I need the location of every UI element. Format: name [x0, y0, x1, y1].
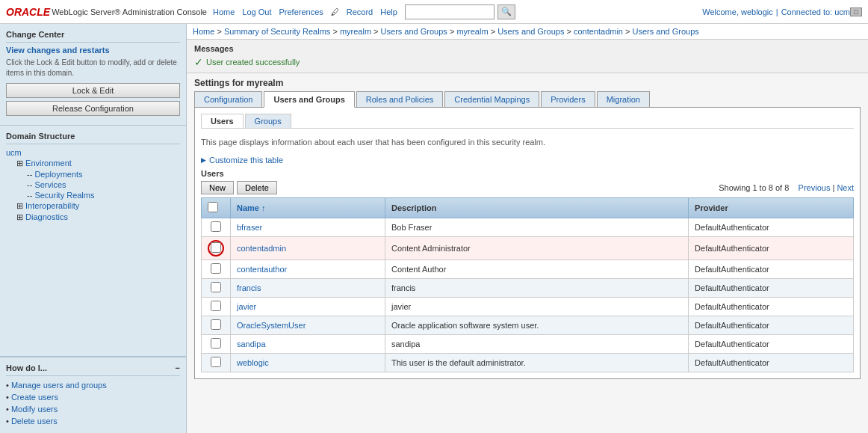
users-section: Users New Delete Showing 1 to 8 of 8 Pre…	[201, 169, 854, 372]
ds-services-link[interactable]: Services	[34, 180, 66, 189]
help-link[interactable]: Help	[380, 7, 397, 16]
row-description-cell: Oracle application software system user.	[385, 316, 688, 335]
tab-providers[interactable]: Providers	[541, 91, 595, 107]
delete-user-button[interactable]: Delete	[237, 181, 277, 194]
ds-deployments-link[interactable]: Deployments	[34, 170, 82, 179]
tab-users-and-groups[interactable]: Users and Groups	[264, 91, 354, 108]
user-link-6[interactable]: sandipa	[237, 340, 266, 348]
table-row: weblogicThis user is the default adminis…	[202, 354, 854, 372]
how-do-i-header: How do I... −	[6, 363, 180, 376]
separator: |	[776, 7, 778, 16]
row-checkbox-5[interactable]	[211, 319, 221, 330]
breadcrumb-myrealm2[interactable]: myrealm	[456, 27, 488, 36]
row-description-cell: Content Author	[385, 260, 688, 279]
record-icon: 🖊	[331, 7, 339, 16]
welcome-area: Welcome, weblogic | Connected to: ucm	[702, 7, 850, 16]
create-users-link[interactable]: Create users	[11, 393, 58, 402]
row-name-cell: sandipa	[231, 335, 385, 354]
view-changes-link[interactable]: View changes and restarts	[6, 46, 180, 55]
tab-bar: Configuration Users and Groups Roles and…	[194, 91, 861, 108]
user-link-0[interactable]: bfraser	[237, 223, 262, 232]
settings-panel: Settings for myrealm Configuration Users…	[187, 73, 868, 387]
row-checkbox-6[interactable]	[211, 338, 221, 348]
breadcrumb-home[interactable]: Home	[193, 27, 214, 36]
tab-content: Users Groups This page displays informat…	[194, 108, 861, 379]
breadcrumb-users-groups1[interactable]: Users and Groups	[381, 27, 447, 36]
ds-diagnostics-link[interactable]: Diagnostics	[25, 212, 68, 221]
row-provider-cell: DefaultAuthenticator	[689, 279, 854, 298]
user-link-2[interactable]: contentauthor	[237, 265, 287, 274]
manage-users-link[interactable]: Manage users and groups	[11, 381, 107, 390]
breadcrumb-contentadmin[interactable]: contentadmin	[574, 27, 623, 36]
success-text: User created successfully	[206, 58, 300, 67]
row-description-cell: javier	[385, 298, 688, 316]
sub-tab-groups[interactable]: Groups	[245, 114, 291, 128]
select-all-checkbox[interactable]	[208, 202, 218, 212]
row-checkbox-cell	[202, 316, 231, 335]
ds-root-link[interactable]: ucm	[6, 148, 22, 157]
breadcrumb-users-groups3[interactable]: Users and Groups	[633, 27, 699, 36]
row-checkbox-cell	[202, 260, 231, 279]
change-center-title: Change Center	[6, 30, 180, 43]
breadcrumb-summary[interactable]: Summary of Security Realms	[224, 27, 330, 36]
customize-table-link[interactable]: Customize this table	[201, 156, 854, 165]
breadcrumb-users-groups2[interactable]: Users and Groups	[497, 27, 564, 36]
preferences-link[interactable]: Preferences	[279, 7, 323, 16]
oracle-logo: ORACLE WebLogic Server® Administration C…	[6, 6, 207, 18]
row-name-cell: contentauthor	[231, 260, 385, 279]
window-button[interactable]: □	[850, 7, 862, 16]
row-checkbox-0[interactable]	[211, 221, 221, 232]
user-link-3[interactable]: francis	[237, 283, 261, 292]
tab-configuration[interactable]: Configuration	[194, 91, 262, 107]
ds-environment-link[interactable]: Environment	[25, 159, 72, 168]
row-description-cell: This user is the default administrator.	[385, 354, 688, 372]
record-link[interactable]: Record	[347, 7, 373, 16]
table-buttons: New Delete	[201, 181, 277, 194]
delete-users-link[interactable]: Delete users	[11, 417, 58, 426]
row-description-cell: francis	[385, 279, 688, 298]
row-checkbox-2[interactable]	[211, 263, 221, 274]
table-row: OracleSystemUserOracle application softw…	[202, 316, 854, 335]
tab-credential-mappings[interactable]: Credential Mappings	[444, 91, 539, 107]
row-provider-cell: DefaultAuthenticator	[689, 218, 854, 237]
breadcrumb-myrealm1[interactable]: myrealm	[340, 27, 371, 36]
row-provider-cell: DefaultAuthenticator	[689, 260, 854, 279]
ds-environment: ⊞ Environment	[6, 158, 180, 169]
ds-root: ucm	[6, 147, 180, 158]
ds-interoperability-link[interactable]: Interoperability	[25, 201, 79, 210]
user-link-5[interactable]: OracleSystemUser	[237, 321, 306, 330]
th-provider: Provider	[689, 198, 854, 218]
sub-tab-users[interactable]: Users	[201, 114, 244, 128]
change-center: Change Center View changes and restarts …	[0, 24, 186, 126]
user-link-1[interactable]: contentadmin	[237, 244, 286, 253]
top-navigation: Home Log Out Preferences 🖊 Record Help 🔍	[213, 4, 702, 19]
success-icon: ✓	[194, 56, 203, 68]
row-provider-cell: DefaultAuthenticator	[689, 316, 854, 335]
tab-roles-and-policies[interactable]: Roles and Policies	[356, 91, 444, 107]
user-link-4[interactable]: javier	[237, 302, 256, 311]
search-button[interactable]: 🔍	[497, 4, 515, 19]
row-checkbox-4[interactable]	[211, 301, 221, 311]
row-checkbox-7[interactable]	[211, 357, 221, 367]
table-controls: New Delete Showing 1 to 8 of 8 Previous …	[201, 181, 854, 194]
release-config-button[interactable]: Release Configuration	[6, 101, 180, 116]
home-link[interactable]: Home	[213, 7, 235, 16]
ds-security-realms-link[interactable]: Security Realms	[34, 191, 94, 200]
messages-area: Messages ✓ User created successfully	[187, 40, 868, 73]
users-table: Name ↑ Description Provider	[201, 197, 854, 372]
new-user-button[interactable]: New	[201, 181, 234, 194]
table-row: bfraserBob FraserDefaultAuthenticator	[202, 218, 854, 237]
logout-link[interactable]: Log Out	[242, 7, 271, 16]
lock-edit-button[interactable]: Lock & Edit	[6, 83, 180, 98]
row-checkbox-1[interactable]	[211, 242, 221, 253]
user-link-7[interactable]: weblogic	[237, 358, 269, 367]
modify-users-link[interactable]: Modify users	[11, 405, 58, 414]
search-input[interactable]	[405, 4, 495, 19]
row-checkbox-3[interactable]	[211, 282, 221, 292]
previous-link[interactable]: Previous	[799, 183, 831, 192]
how-do-i-collapse[interactable]: −	[176, 363, 180, 372]
next-link[interactable]: Next	[837, 183, 854, 192]
expand-icon2: ⊞	[16, 201, 23, 210]
sort-name-link[interactable]: Name ↑	[237, 203, 266, 212]
tab-migration[interactable]: Migration	[597, 91, 650, 107]
